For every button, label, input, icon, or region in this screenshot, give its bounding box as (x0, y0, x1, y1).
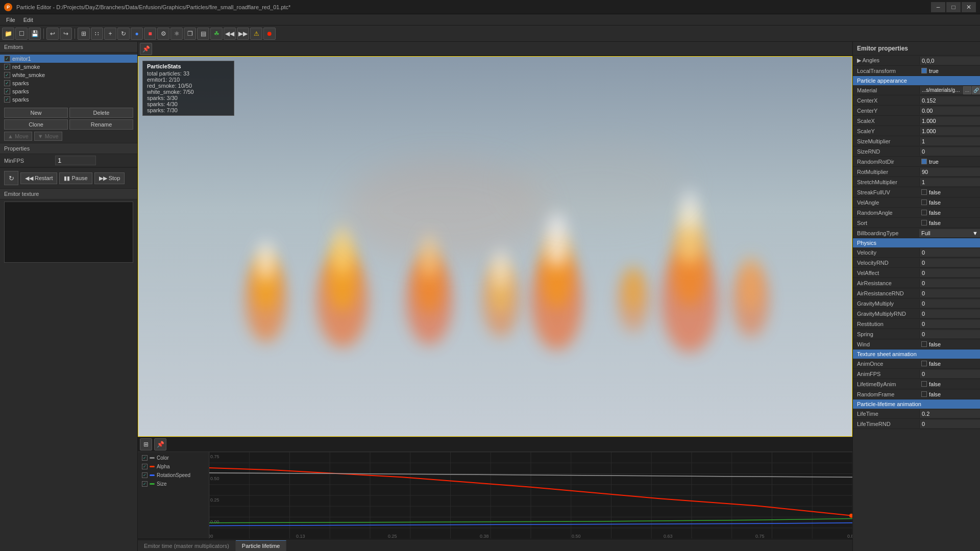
move-down-button[interactable]: ▼ Move (34, 132, 62, 141)
vel-affect-value[interactable]: 0 (919, 269, 980, 277)
toolbar-warn[interactable]: ⚠ (250, 28, 262, 40)
legend-rotation[interactable]: ✓ RotationSpeed (140, 471, 207, 479)
scalex-value[interactable]: 1.000 (919, 117, 980, 125)
gravity-multiply-rnd-value[interactable]: 0 (919, 310, 980, 318)
scaley-value[interactable]: 1.000 (919, 127, 980, 135)
rot-multiplier-value[interactable]: 90 (919, 168, 980, 176)
toolbar-prev[interactable]: ◀◀ (224, 28, 236, 40)
toolbar-leaf[interactable]: ☘ (210, 28, 223, 40)
particle-lifetime-anim-header[interactable]: Particle-lifetime animation (853, 399, 980, 409)
legend-color[interactable]: ✓ Color (140, 454, 207, 462)
graph-grid-button[interactable]: ⊞ (140, 438, 152, 450)
legend-size-checkbox[interactable]: ✓ (142, 481, 148, 487)
toolbar-layout[interactable]: ∷ (91, 28, 103, 40)
material-browse-button[interactable]: … (963, 86, 971, 94)
refresh-button[interactable]: ↻ (4, 171, 18, 185)
billboarding-type-select[interactable]: Full ▼ (919, 229, 980, 237)
wind-checkbox[interactable] (921, 341, 927, 347)
legend-rotation-checkbox[interactable]: ✓ (142, 472, 148, 478)
spring-value[interactable]: 0 (919, 330, 980, 338)
toolbar-open[interactable]: 📁 (2, 28, 14, 40)
centerx-value[interactable]: 0.152 (919, 96, 980, 105)
maximize-button[interactable]: □ (946, 2, 961, 12)
toolbar-grid[interactable]: ⊞ (78, 28, 90, 40)
menu-file[interactable]: File (2, 16, 19, 24)
menu-edit[interactable]: Edit (19, 16, 37, 24)
rename-button[interactable]: Rename (69, 119, 133, 130)
window-controls[interactable]: – □ ✕ (931, 2, 976, 12)
minfps-input[interactable] (55, 156, 96, 165)
particle-appearance-header[interactable]: Particle appearance (853, 76, 980, 85)
size-rnd-value[interactable]: 0 (919, 147, 980, 156)
new-button[interactable]: New (4, 108, 68, 118)
streak-full-uv-checkbox[interactable] (921, 189, 927, 195)
emitor-checkbox-0[interactable]: ✓ (4, 56, 10, 62)
toolbar-new[interactable]: ☐ (15, 28, 28, 40)
legend-size[interactable]: ✓ Size (140, 480, 207, 488)
toolbar-chart[interactable]: ▤ (197, 28, 209, 40)
texture-sheet-header[interactable]: Texture sheet animation (853, 349, 980, 359)
velocity-value[interactable]: 0 (919, 248, 980, 257)
size-multiplier-value[interactable]: 1 (919, 137, 980, 145)
restart-button[interactable]: ◀◀ Restart (20, 172, 57, 184)
collapse-angles-icon[interactable]: ▶ (857, 57, 861, 63)
legend-color-checkbox[interactable]: ✓ (142, 455, 148, 461)
toolbar-redo[interactable]: ↪ (60, 28, 72, 40)
emitor-checkbox-4[interactable]: ✓ (4, 88, 10, 94)
emitor-checkbox-1[interactable]: ✓ (4, 64, 10, 70)
air-resistance-rnd-value[interactable]: 0 (919, 289, 980, 297)
air-resistance-value[interactable]: 0 (919, 279, 980, 287)
emitor-checkbox-2[interactable]: ✓ (4, 72, 10, 78)
toolbar-expand[interactable]: ❐ (184, 28, 196, 40)
emitor-checkbox-3[interactable]: ✓ (4, 80, 10, 86)
toolbar-square[interactable]: ■ (144, 28, 156, 40)
tab-particle-lifetime[interactable]: Particle lifetime (236, 540, 287, 551)
toolbar-settings1[interactable]: ⚙ (157, 28, 169, 40)
viewport-pin[interactable]: 📌 (140, 43, 152, 55)
stretch-multiplier-value[interactable]: 1 (919, 178, 980, 186)
minimize-button[interactable]: – (931, 2, 945, 12)
lifetime-by-anim-checkbox[interactable] (921, 381, 927, 387)
tab-emitor-time[interactable]: Emitor time (master multiplicators) (138, 541, 236, 551)
move-up-button[interactable]: ▲ Move (4, 132, 32, 141)
graph-pin-button[interactable]: 📌 (154, 438, 166, 450)
velocity-rnd-value[interactable]: 0 (919, 259, 980, 267)
lifetime-rnd-value[interactable]: 0 (919, 420, 980, 428)
toolbar-rec[interactable]: ⏺ (263, 28, 276, 40)
anim-fps-value[interactable]: 0 (919, 370, 980, 378)
pause-button[interactable]: ▮▮ Pause (59, 172, 92, 184)
vel-angle-checkbox[interactable] (921, 199, 927, 205)
random-angle-checkbox[interactable] (921, 210, 927, 215)
emitor-item-1[interactable]: ✓ red_smoke (0, 63, 137, 71)
toolbar-add[interactable]: + (104, 28, 116, 40)
emitor-item-5[interactable]: ✓ sparks (0, 95, 137, 104)
viewport[interactable]: ParticleStats total particles: 33 emitor… (138, 56, 852, 437)
lifetime-value[interactable]: 0.2 (919, 410, 980, 418)
random-frame-checkbox[interactable] (921, 391, 927, 397)
centery-value[interactable]: 0.00 (919, 107, 980, 115)
clone-button[interactable]: Clone (4, 119, 68, 130)
legend-alpha[interactable]: ✓ Alpha (140, 463, 207, 470)
emitor-item-2[interactable]: ✓ white_smoke (0, 71, 137, 79)
delete-button[interactable]: Delete (69, 108, 133, 118)
emitor-item-0[interactable]: ✓ emitor1 (0, 55, 137, 63)
toolbar-settings2[interactable]: ⚛ (170, 28, 183, 40)
legend-alpha-checkbox[interactable]: ✓ (142, 464, 148, 469)
emitor-item-3[interactable]: ✓ sparks (0, 79, 137, 87)
local-transform-checkbox[interactable] (921, 68, 927, 73)
toolbar-save[interactable]: 💾 (29, 28, 41, 40)
toolbar-circle[interactable]: ● (131, 28, 143, 40)
gravity-multiply-value[interactable]: 0 (919, 299, 980, 308)
emitor-checkbox-5[interactable]: ✓ (4, 96, 10, 103)
material-link-button[interactable]: 🔗 (972, 86, 980, 94)
anim-once-checkbox[interactable] (921, 361, 927, 366)
emitor-item-4[interactable]: ✓ sparks (0, 87, 137, 95)
physics-header[interactable]: Physics (853, 238, 980, 247)
toolbar-undo[interactable]: ↩ (46, 28, 59, 40)
restitution-value[interactable]: 0 (919, 320, 980, 328)
random-rot-dir-checkbox[interactable] (921, 159, 927, 164)
close-button[interactable]: ✕ (962, 2, 976, 12)
sort-checkbox[interactable] (921, 220, 927, 226)
toolbar-next[interactable]: ▶▶ (237, 28, 249, 40)
stop-button[interactable]: ▶▶ Stop (94, 172, 125, 184)
